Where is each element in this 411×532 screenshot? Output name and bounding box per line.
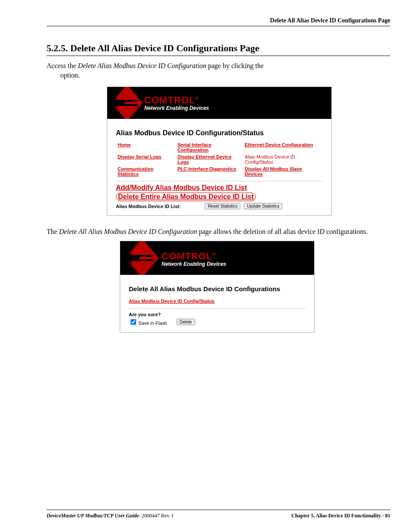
paragraph-2: The Delete All Alias Modbus Device ID Co…	[47, 227, 390, 236]
save-in-flash-checkbox[interactable]	[131, 319, 136, 325]
page-title: Delete All Alias Modbus Device ID Config…	[129, 285, 305, 292]
nav-divider	[116, 181, 323, 181]
footer-guide-rev: : 2000447 Rev. I	[139, 513, 173, 519]
footer-guide-title: DeviceMaster UP Modbus/TCP User Guide	[47, 513, 139, 519]
divider	[129, 308, 305, 308]
back-link-alias-config-status[interactable]: Alias Modbus Device ID Config/Status	[129, 299, 215, 304]
banner: COMTROL® Network Enabling Devices	[107, 87, 331, 119]
p2-post: page allows the deletion of all alias de…	[197, 228, 368, 235]
delete-button[interactable]: Delete	[177, 319, 195, 325]
nav-ethernet-device-config[interactable]: Ethernet Device Configuration	[245, 142, 313, 147]
nav-delete-entire-alias-list[interactable]: Delete Entire Alias Modbus Device ID Lis…	[118, 193, 254, 200]
nav-display-ethernet-logs[interactable]: Display Ethernet Device Logs	[177, 154, 231, 165]
screenshot-delete-confirm: COMTROL® Network Enabling Devices Delete…	[120, 241, 314, 333]
update-statistics-button[interactable]: Update Statistics	[244, 203, 282, 209]
nav-alias-config-status-current: Alias Modbus Device ID Config/Status	[245, 154, 295, 165]
alias-list-label: Alias Modbus Device ID List:	[116, 204, 181, 209]
header-rule	[47, 26, 390, 26]
save-in-flash-label[interactable]: Save in Flash	[129, 318, 167, 326]
brand-tagline: Network Enabling Devices	[144, 105, 209, 111]
brand-tagline: Network Enabling Devices	[162, 261, 226, 267]
p2-em: Delete All Alias Modbus Device ID Config…	[59, 228, 197, 235]
nav-display-all-slave-devices[interactable]: Display All Modbus Slave Devices	[245, 166, 302, 177]
section-rule	[47, 56, 390, 56]
footer-rule	[47, 510, 390, 510]
reset-statistics-button[interactable]: Reset Statistics	[205, 203, 240, 209]
comtrol-logo-icon	[112, 87, 143, 119]
intro-post: page by clicking the	[206, 62, 264, 69]
save-in-flash-text: Save in Flash	[138, 320, 167, 326]
banner: COMTROL® Network Enabling Devices	[120, 241, 314, 275]
p2-pre: The	[47, 228, 59, 235]
brand-name: COMTROL®	[144, 95, 209, 106]
footer-chapter-page: Chapter 5. Alias Device ID Functionality…	[291, 513, 390, 519]
page-footer: DeviceMaster UP Modbus/TCP User Guide: 2…	[47, 513, 390, 519]
confirm-prompt: Are you sure?	[129, 312, 305, 317]
page-title: Alias Modbus Device ID Configuration/Sta…	[116, 129, 323, 137]
running-header: Delete All Alias Device ID Configuration…	[47, 17, 390, 24]
callout-circle: Delete Entire Alias Modbus Device ID Lis…	[116, 193, 256, 201]
nav-display-serial-logs[interactable]: Display Serial Logs	[118, 154, 161, 159]
nav-link-grid: Home Serial Interface Configuration Ethe…	[116, 141, 323, 177]
nav-communication-statistics[interactable]: Communication Statistics	[118, 166, 153, 177]
comtrol-logo-icon	[125, 241, 159, 275]
brand-name: COMTROL®	[162, 251, 226, 262]
nav-add-modify-alias-list[interactable]: Add/Modify Alias Modbus Device ID List	[116, 184, 247, 191]
section-heading: 5.2.5. Delete All Alias Device ID Config…	[47, 43, 390, 54]
intro-paragraph: Access the Delete Alias Modbus Device ID…	[47, 61, 390, 80]
screenshot-alias-status: COMTROL® Network Enabling Devices Alias …	[107, 87, 332, 216]
nav-serial-interface-config[interactable]: Serial Interface Configuration	[177, 142, 212, 152]
intro-em: Delete Alias Modbus Device ID Configurat…	[78, 62, 206, 69]
nav-home[interactable]: Home	[118, 142, 131, 147]
intro-line2: option.	[60, 72, 80, 79]
nav-plc-interface-diagnostics[interactable]: PLC Interface Diagnostics	[177, 166, 236, 171]
intro-pre: Access the	[47, 62, 78, 69]
